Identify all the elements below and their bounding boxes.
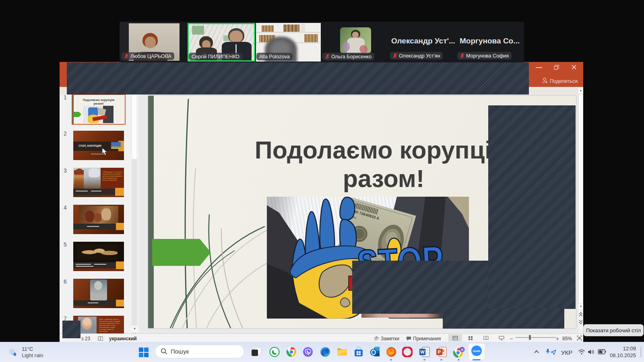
svg-text:P: P [438, 350, 441, 354]
svg-text:W: W [420, 350, 425, 354]
svg-text:Л: Л [461, 348, 463, 352]
